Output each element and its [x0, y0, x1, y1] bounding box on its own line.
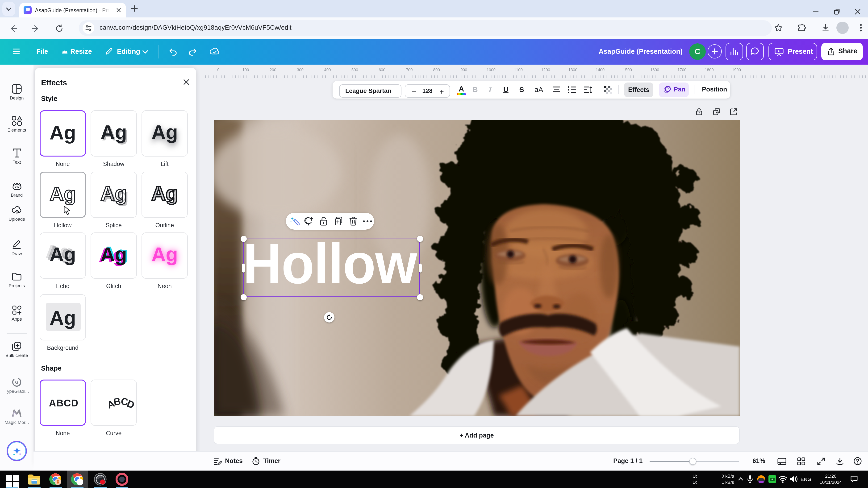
svg-text:G: G: [15, 380, 19, 385]
svg-text:co: co: [15, 185, 19, 189]
